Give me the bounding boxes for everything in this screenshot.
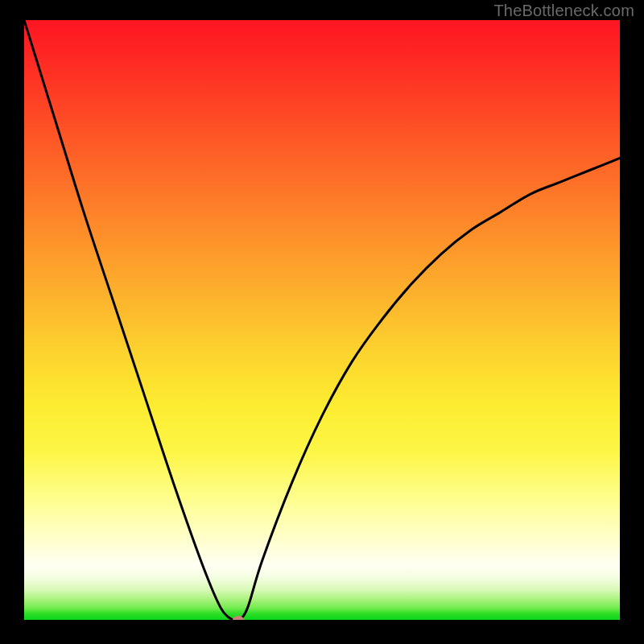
watermark-text: TheBottleneck.com (493, 2, 634, 20)
optimal-point-marker (233, 616, 244, 620)
chart-frame: TheBottleneck.com (0, 0, 644, 644)
plot-area (24, 20, 620, 620)
gradient-background (24, 20, 620, 620)
